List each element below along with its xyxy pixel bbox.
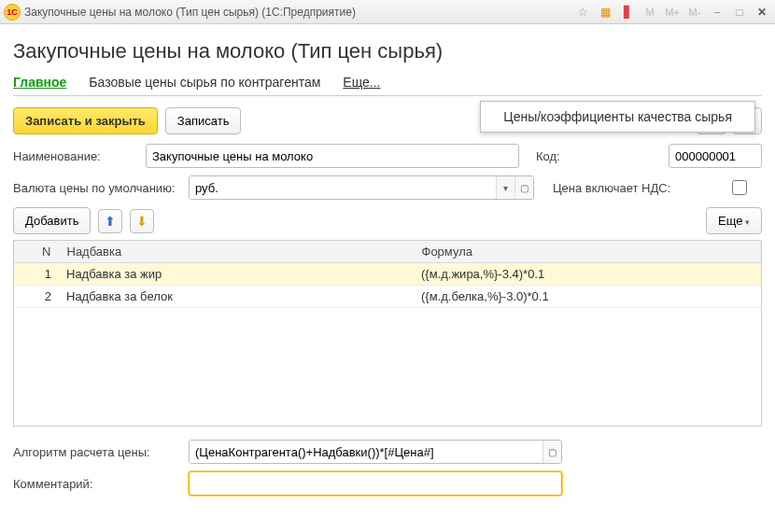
currency-input[interactable] (190, 176, 496, 199)
name-label: Наименование: (13, 149, 138, 163)
table-row[interactable]: 2Надбавка за белок({м.д.белка,%}-3.0)*0.… (14, 286, 761, 308)
more-dropdown: Цены/коэффициенты качества сырья (480, 101, 755, 133)
comment-input[interactable] (189, 471, 562, 496)
save-close-button[interactable]: Записать и закрыть (13, 107, 158, 134)
maximize-icon[interactable]: □ (730, 4, 749, 21)
tab-main[interactable]: Главное (13, 75, 66, 90)
cell-n: 2 (14, 286, 61, 308)
page-title: Закупочные цены на молоко (Тип цен сырья… (13, 39, 762, 63)
close-icon[interactable]: ✕ (753, 4, 771, 21)
minimize-icon[interactable]: ‒ (708, 4, 726, 21)
window-title: Закупочные цены на молоко (Тип цен сырья… (24, 6, 570, 19)
grid-toolbar: Добавить ⬆ ⬇ Еще (13, 207, 762, 234)
cell-formula: ({м.д.белка,%}-3.0)*0.1 (416, 286, 761, 308)
cell-markup: Надбавка за белок (61, 286, 416, 308)
app-icon: 1C (4, 4, 21, 21)
code-input[interactable] (669, 144, 762, 168)
currency-combo[interactable]: ▾ ▢ (189, 175, 534, 200)
currency-open-icon[interactable]: ▢ (514, 176, 533, 199)
calendar-icon[interactable]: ▋ (618, 4, 637, 21)
dropdown-item-quality[interactable]: Цены/коэффициенты качества сырья (503, 109, 732, 124)
move-up-button[interactable]: ⬆ (98, 209, 122, 233)
table-row[interactable]: 1Надбавка за жир({м.д.жира,%}-3.4)*0.1 (14, 263, 761, 286)
currency-dropdown-icon[interactable]: ▾ (496, 176, 514, 199)
move-down-button[interactable]: ⬇ (130, 209, 154, 233)
currency-label: Валюта цены по умолчанию: (13, 181, 181, 195)
vat-checkbox[interactable] (732, 180, 747, 195)
cell-markup: Надбавка за жир (61, 263, 416, 286)
favorite-icon[interactable]: ☆ (573, 4, 592, 21)
comment-label: Комментарий: (13, 477, 181, 491)
add-button[interactable]: Добавить (13, 207, 91, 234)
col-header-markup[interactable]: Надбавка (61, 241, 416, 263)
algo-label: Алгоритм расчета цены: (13, 445, 181, 459)
col-header-formula[interactable]: Формула (416, 241, 761, 263)
cell-formula: ({м.д.жира,%}-3.4)*0.1 (416, 263, 761, 286)
tab-more[interactable]: Еще... (343, 75, 380, 90)
cell-n: 1 (14, 263, 61, 286)
save-button[interactable]: Записать (165, 107, 242, 134)
mem-mplus-button[interactable]: M+ (663, 4, 682, 21)
titlebar: 1C Закупочные цены на молоко (Тип цен сы… (0, 0, 775, 24)
markup-grid[interactable]: N Надбавка Формула 1Надбавка за жир({м.д… (13, 240, 762, 427)
grid-more-button[interactable]: Еще (706, 207, 762, 234)
calc-icon[interactable]: ▦ (596, 4, 614, 21)
algo-input[interactable] (190, 441, 542, 463)
vat-label: Цена включает НДС: (553, 181, 721, 195)
mem-m-button[interactable]: M (641, 4, 659, 21)
code-label: Код: (536, 149, 661, 163)
tab-base-prices[interactable]: Базовые цены сырья по контрагентам (89, 75, 320, 90)
name-input[interactable] (146, 144, 519, 168)
algo-combo[interactable]: ▢ (189, 440, 562, 464)
mem-mminus-button[interactable]: M- (685, 4, 704, 21)
algo-open-icon[interactable]: ▢ (542, 441, 561, 463)
col-header-n[interactable]: N (14, 241, 61, 263)
nav-tabs: Главное Базовые цены сырья по контрагент… (13, 75, 762, 96)
